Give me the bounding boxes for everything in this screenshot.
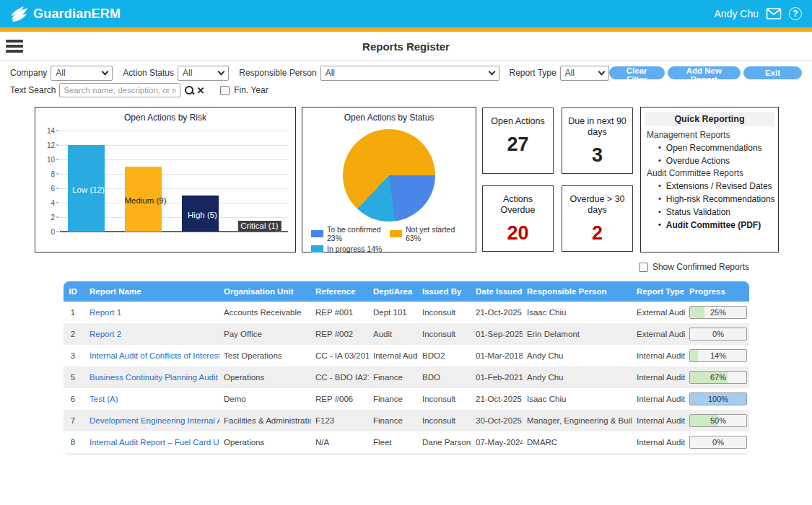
cell-date-issued: 21-Oct-2025	[471, 388, 523, 410]
y-axis-label: 12	[47, 141, 55, 149]
y-axis-tick	[56, 188, 59, 189]
column-header[interactable]: Dept/Area	[369, 281, 418, 302]
stat-value: 20	[483, 222, 553, 245]
table-row: 2Report 2Pay OfficeREP #002AuditInconsul…	[64, 323, 749, 345]
cell-id: 8	[64, 431, 85, 453]
cell-org: Accounts Receivable	[219, 302, 311, 323]
cell-issued-by: BDO2	[418, 345, 471, 366]
quick-reporting-item[interactable]: •Audit Committee (PDF)	[641, 219, 778, 232]
cell-responsible-person: DMARC	[523, 431, 632, 453]
exit-button[interactable]: Exit	[743, 66, 802, 79]
column-header[interactable]: Reference	[311, 281, 369, 302]
column-header[interactable]: Issued By	[418, 281, 471, 302]
cell-responsible-person: Isaac Chiu	[523, 388, 632, 410]
action-status-label: Action Status	[123, 68, 174, 78]
progress-text: 50%	[690, 415, 746, 426]
progress-bar: 0%	[689, 328, 747, 341]
column-header[interactable]: Report Name	[85, 281, 219, 302]
legend-item: Not yet started 63%	[390, 225, 468, 242]
report-link[interactable]: Internal Audit Report – Fuel Card Usage	[90, 438, 219, 447]
bar-slot: Medium (9)	[117, 131, 174, 232]
cell-responsible-person: Erin Delamont	[523, 323, 632, 345]
quick-reporting-item[interactable]: •Status Validation	[641, 206, 778, 219]
user-name: Andy Chu	[715, 8, 759, 19]
quick-reporting-item[interactable]: •High-risk Recommendations	[641, 193, 778, 206]
bar-label: Medium (9)	[124, 196, 166, 205]
responsible-person-label: Responsible Person	[239, 68, 316, 78]
quick-reporting-item-label: Open Recommendations	[666, 143, 762, 153]
clear-search-icon[interactable]: ✕	[196, 85, 204, 96]
show-confirmed-checkbox[interactable]	[639, 263, 648, 272]
column-header[interactable]: Responsible Person	[523, 281, 632, 302]
cell-issued-by: Inconsult	[418, 302, 471, 323]
stat-label: Overdue > 30 days	[562, 194, 632, 216]
column-header[interactable]: Organisation Unit	[219, 281, 311, 302]
responsible-person-select[interactable]: All	[320, 66, 499, 81]
cell-id: 1	[64, 302, 85, 323]
report-type-select[interactable]: All	[560, 66, 609, 81]
cell-date-issued: 30-Oct-2025	[471, 410, 523, 431]
chevron-down-icon	[102, 68, 109, 75]
search-input[interactable]	[59, 83, 180, 97]
bar-chart-panel: Open Actions by Risk 02468101214Low (12)…	[35, 107, 296, 252]
wing-icon	[10, 5, 29, 22]
action-status-select[interactable]: All	[178, 66, 229, 81]
cell-id: 6	[64, 388, 85, 410]
cell-report-type: External Audit	[632, 323, 685, 345]
mail-icon[interactable]	[766, 7, 782, 20]
progress-bar: 50%	[689, 414, 747, 427]
cell-dept: Finance	[369, 410, 418, 431]
quick-reporting-title: Quick Reporting	[645, 112, 774, 126]
clear-filter-button[interactable]: Clear Filter	[609, 66, 665, 79]
report-link[interactable]: Report 1	[90, 308, 121, 317]
quick-reporting-item[interactable]: •Overdue Actions	[641, 154, 778, 167]
quick-reporting-item[interactable]: •Open Recommendations	[641, 141, 778, 154]
y-axis-label: 6	[51, 185, 55, 193]
stat-label: Actions Overdue	[483, 194, 553, 216]
quick-reporting-item[interactable]: •Extensions / Revised Dates	[641, 180, 778, 193]
bar-chart-plot: 02468101214Low (12)Medium (9)High (5)Cri…	[60, 131, 288, 232]
legend-text: To be confirmed 23%	[327, 225, 390, 242]
cell-progress: 0%	[685, 323, 749, 345]
y-axis-label: 8	[51, 170, 55, 178]
report-link[interactable]: Test (A)	[90, 395, 118, 403]
cell-issued-by: Dane Parsons	[418, 431, 471, 453]
help-icon[interactable]: ?	[789, 7, 802, 20]
y-axis-label: 14	[47, 127, 55, 135]
cell-report-name: Test (A)	[85, 388, 219, 410]
add-new-report-button[interactable]: Add New Report	[668, 66, 741, 79]
cell-org: Demo	[219, 388, 311, 410]
bar-label: High (5)	[188, 211, 217, 219]
column-header[interactable]: Report Type	[632, 281, 685, 302]
report-link[interactable]: Report 2	[90, 330, 121, 338]
legend-item: In progress 14%	[311, 245, 390, 253]
page-title: Reports Register	[0, 32, 812, 61]
cell-report-type: External Audit	[632, 302, 685, 323]
y-axis-tick	[56, 145, 59, 146]
company-select[interactable]: All	[51, 66, 113, 81]
report-link[interactable]: Development Engineering Internal Audit	[90, 416, 219, 425]
table-row: 8Internal Audit Report – Fuel Card Usage…	[64, 431, 749, 453]
fin-year-checkbox[interactable]	[220, 86, 230, 95]
stat-value: 3	[562, 144, 632, 167]
cell-issued-by: BDO	[418, 366, 471, 388]
stat-box: Due in next 90 days3	[562, 107, 633, 174]
cell-issued-by: Inconsult	[418, 410, 471, 431]
y-axis-label: 10	[47, 156, 55, 164]
bar-slot: Low (12)	[60, 131, 117, 232]
quick-reporting-item-label: High-risk Recommendations	[666, 194, 775, 204]
legend-text: In progress 14%	[327, 245, 382, 253]
legend-swatch	[311, 230, 323, 237]
bar-label: Low (12)	[72, 185, 105, 194]
column-header[interactable]: Progress	[685, 281, 749, 302]
column-header[interactable]: Date Issued	[471, 281, 523, 302]
bar-slot: Critical (1)	[231, 131, 288, 232]
cell-report-name: Internal Audit of Conflicts of Interest	[85, 345, 219, 366]
search-icon[interactable]	[183, 84, 195, 96]
y-axis-tick	[56, 174, 59, 175]
column-header[interactable]: ID	[64, 281, 85, 302]
stat-box: Open Actions27	[482, 107, 554, 174]
reports-table-container: IDReport NameOrganisation UnitReferenceD…	[64, 281, 749, 455]
report-link[interactable]: Business Continuity Planning Audit	[90, 373, 218, 382]
report-link[interactable]: Internal Audit of Conflicts of Interest	[90, 351, 219, 360]
